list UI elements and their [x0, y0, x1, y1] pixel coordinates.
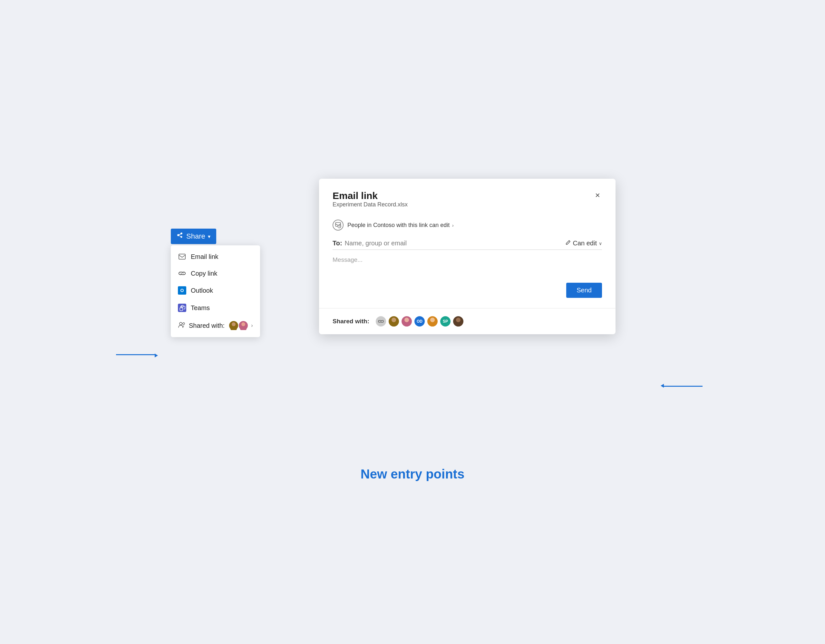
svg-point-8 — [240, 327, 247, 330]
send-row: Send — [332, 283, 602, 299]
dropdown-avatar-group — [229, 321, 248, 330]
footer-avatar-sp: SP — [440, 316, 451, 327]
footer-avatar-4 — [427, 316, 438, 327]
dropdown-avatar-1 — [229, 321, 238, 330]
copy-link-label: Copy link — [191, 270, 217, 277]
svg-point-17 — [456, 317, 460, 322]
shared-with-label: Shared with: — [189, 322, 225, 330]
can-edit-chevron-icon: ∨ — [599, 241, 602, 246]
dropdown-item-copy-link[interactable]: Copy link — [171, 265, 260, 282]
svg-point-16 — [429, 322, 436, 327]
email-icon — [178, 253, 186, 261]
email-link-label: Email link — [191, 253, 218, 260]
share-button-label: Share — [186, 232, 205, 240]
svg-point-4 — [183, 323, 185, 325]
new-entry-points-label: New entry points — [361, 467, 464, 481]
dropdown-avatar-2 — [239, 321, 248, 330]
svg-point-10 — [338, 225, 341, 228]
modal-title: Email link — [332, 190, 408, 201]
share-area: Share ▾ Email link Copy link — [171, 229, 260, 337]
send-button[interactable]: Send — [566, 283, 602, 298]
permission-chevron-icon: › — [451, 223, 454, 228]
permission-icon — [332, 220, 343, 231]
to-input[interactable] — [345, 240, 565, 247]
message-area: Message... — [332, 255, 602, 277]
modal-footer: Shared with: OD SP — [319, 308, 615, 334]
svg-point-13 — [405, 317, 409, 322]
footer-avatar-od: OD — [414, 316, 425, 327]
share-button[interactable]: Share ▾ — [171, 229, 216, 244]
dropdown-item-teams[interactable]: Teams — [171, 299, 260, 316]
permission-text: People in Contoso with this link can edi… — [348, 222, 454, 229]
footer-avatar-6 — [453, 316, 464, 327]
share-dropdown-menu: Email link Copy link O Outlook — [171, 245, 260, 337]
outlook-icon: O — [178, 286, 186, 294]
avatar-link — [375, 316, 387, 327]
to-label: To: — [332, 240, 342, 247]
permission-row[interactable]: People in Contoso with this link can edi… — [332, 216, 602, 234]
svg-point-7 — [241, 322, 245, 326]
pencil-icon — [565, 240, 571, 247]
shared-with-chevron-icon: › — [251, 323, 253, 328]
svg-point-3 — [179, 322, 182, 325]
svg-point-5 — [232, 322, 236, 326]
svg-point-18 — [454, 322, 462, 327]
svg-point-11 — [392, 317, 396, 322]
modal-close-button[interactable]: × — [593, 190, 602, 200]
svg-point-12 — [390, 322, 397, 327]
to-row: To: Can edit ∨ — [332, 240, 602, 250]
outlook-label: Outlook — [191, 287, 213, 294]
svg-rect-0 — [179, 254, 185, 259]
link-icon — [178, 270, 186, 277]
svg-point-14 — [403, 322, 410, 327]
teams-label: Teams — [191, 304, 210, 312]
arrow-right — [661, 383, 703, 389]
svg-point-15 — [430, 317, 435, 322]
footer-avatar-group: OD SP — [375, 316, 464, 327]
share-chevron-icon: ▾ — [208, 233, 210, 240]
message-placeholder: Message... — [332, 256, 363, 263]
arrow-left — [116, 350, 158, 360]
svg-point-6 — [230, 327, 237, 330]
footer-shared-with-label: Shared with: — [332, 318, 369, 325]
email-link-modal: Email link Experiment Data Record.xlsx ×… — [319, 179, 615, 334]
share-icon — [177, 232, 184, 241]
dropdown-item-outlook[interactable]: O Outlook — [171, 282, 260, 299]
dropdown-item-email-link[interactable]: Email link — [171, 248, 260, 265]
shared-with-icon — [178, 321, 185, 330]
footer-avatar-1 — [388, 316, 400, 327]
teams-icon — [178, 304, 186, 312]
can-edit-label: Can edit — [573, 240, 597, 247]
modal-subtitle: Experiment Data Record.xlsx — [332, 201, 408, 208]
dropdown-item-shared-with[interactable]: Shared with: › — [171, 316, 260, 334]
can-edit-button[interactable]: Can edit ∨ — [565, 240, 602, 247]
footer-avatar-2 — [401, 316, 412, 327]
